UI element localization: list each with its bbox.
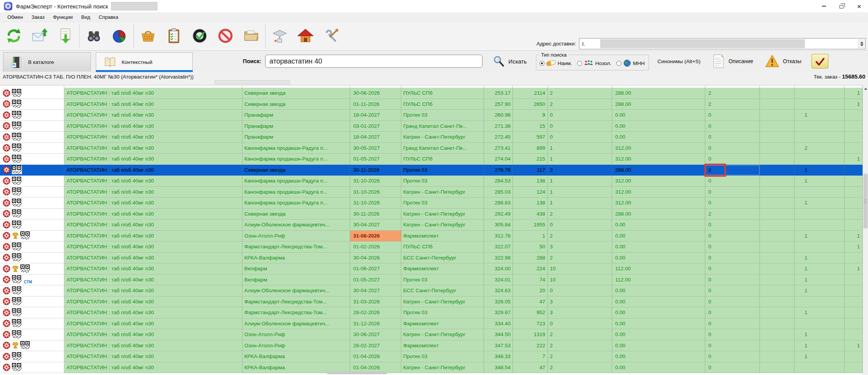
cell-apt[interactable]: 1: [548, 198, 612, 209]
search-button[interactable]: Искать: [492, 55, 527, 67]
cell-name[interactable]: АТОРВАСТАТИН : таб п/об 40мг n30: [64, 241, 242, 253]
cell-minz[interactable]: [845, 209, 863, 220]
cell-price[interactable]: 347.53: [484, 340, 513, 352]
cell-price[interactable]: 285.03: [484, 187, 513, 198]
cell-sup[interactable]: Катрен - Санкт-Петербург: [401, 329, 484, 340]
cell-apt[interactable]: 0: [548, 219, 612, 231]
cell-transit[interactable]: 0: [705, 121, 760, 132]
cell-sup[interactable]: Гранд Капитал Санкт-Пе...: [401, 143, 484, 154]
send-mail-button[interactable]: [27, 24, 52, 48]
cell-exp[interactable]: 01-06-2027: [350, 263, 401, 275]
cell-mult[interactable]: [795, 121, 845, 132]
cell-stock[interactable]: 74: [513, 275, 548, 286]
cell-minz[interactable]: [845, 351, 863, 362]
cell-name[interactable]: АТОРВАСТАТИН : таб п/об 40мг n30: [64, 351, 242, 362]
cell-exp[interactable]: 18-04-2027: [350, 132, 401, 143]
cell-last[interactable]: 0.00: [612, 121, 705, 132]
cell-mfr[interactable]: Канонфарма продакшн-Радуга п...: [242, 154, 350, 165]
cell-exp[interactable]: 30-11-2026: [350, 209, 401, 220]
cell-name[interactable]: АТОРВАСТАТИН : таб п/об 40мг n30: [64, 165, 242, 176]
cell-sup[interactable]: Протек 03: [401, 275, 484, 286]
cell-stock[interactable]: 899: [513, 143, 548, 154]
cell-mfr[interactable]: Северная звезда: [242, 209, 350, 220]
cell-apt[interactable]: 2: [548, 88, 612, 99]
cell-stock[interactable]: 1: [513, 231, 548, 242]
cell-name[interactable]: АТОРВАСТАТИН : таб п/об 40мг n30: [64, 187, 242, 198]
cell-last[interactable]: 0.00: [612, 329, 705, 340]
cell-name[interactable]: АТОРВАСТАТИН : таб п/об 40мг n30: [64, 219, 242, 231]
cell-order[interactable]: [760, 88, 795, 99]
cell-sup[interactable]: Фармкомплект: [401, 231, 484, 242]
cell-exp[interactable]: 30-11-2026: [350, 165, 401, 176]
table-row[interactable]: АТОРВАСТАТИН : таб п/об 40мг n30Озон-Ато…: [0, 231, 863, 242]
cell-stock[interactable]: 47: [513, 296, 548, 308]
table-row[interactable]: АТОРВАСТАТИН : таб п/об 40мг n30Алиум-Об…: [0, 219, 863, 231]
table-row[interactable]: АТОРВАСТАТИН : таб п/об 40мг n30Пранафар…: [0, 110, 863, 121]
cell-minz[interactable]: 1: [845, 88, 863, 99]
cell-minz[interactable]: [845, 307, 863, 318]
description-button[interactable]: Описание: [712, 54, 753, 69]
cell-apt[interactable]: 1: [548, 176, 612, 187]
cell-minz[interactable]: [845, 253, 863, 264]
menu-obmen[interactable]: Обмен: [3, 14, 27, 20]
cell-order[interactable]: [760, 143, 795, 154]
cell-exp[interactable]: 30-06-2027: [350, 329, 401, 340]
cell-name[interactable]: АТОРВАСТАТИН : таб п/об 40мг n30: [64, 99, 242, 110]
cell-minz[interactable]: [845, 296, 863, 308]
cell-stock[interactable]: 723: [513, 318, 548, 330]
cell-price[interactable]: 273.41: [484, 143, 513, 154]
cell-name[interactable]: АТОРВАСТАТИН : таб п/об 40мг n30: [64, 132, 242, 143]
cell-minz[interactable]: [845, 285, 863, 296]
cell-last[interactable]: 0.00: [612, 351, 705, 362]
cell-apt[interactable]: 0: [548, 285, 612, 296]
cell-sup[interactable]: ПУЛЬС СПб: [401, 241, 484, 253]
cell-transit[interactable]: 0: [705, 219, 760, 231]
cell-transit[interactable]: 0: [705, 253, 760, 264]
radio-naim[interactable]: Наим.: [539, 60, 572, 66]
cell-apt[interactable]: 2: [548, 362, 612, 373]
cell-minz[interactable]: 1: [845, 241, 863, 253]
cell-price[interactable]: 257.90: [484, 99, 513, 110]
cell-last[interactable]: 312.00: [612, 143, 705, 154]
cell-order[interactable]: [760, 231, 795, 242]
cell-last[interactable]: 288.00: [612, 88, 705, 99]
cell-mfr[interactable]: Велфарм: [242, 275, 350, 286]
cell-price[interactable]: 334.40: [484, 318, 513, 330]
cell-last[interactable]: 0.00: [612, 340, 705, 352]
cell-sup[interactable]: Протек 03: [401, 176, 484, 187]
import-document-button[interactable]: [52, 24, 78, 48]
table-row[interactable]: АТОРВАСТАТИН : таб п/об 40мг n30Фармстан…: [0, 241, 863, 253]
cell-apt[interactable]: 2: [548, 165, 612, 176]
cell-name[interactable]: АТОРВАСТАТИН : таб п/об 40мг n30: [64, 285, 242, 296]
cell-price[interactable]: 276.76: [484, 165, 513, 176]
cell-stock[interactable]: 2114: [513, 88, 548, 99]
cell-apt[interactable]: 3: [548, 241, 612, 253]
cell-mult[interactable]: 1: [795, 176, 845, 187]
search-input[interactable]: [265, 55, 482, 68]
cell-transit[interactable]: 0: [705, 329, 760, 340]
table-row[interactable]: СТМАТОРВАСТАТИН : таб п/об 40мг n30Велфа…: [0, 275, 863, 286]
cell-stock[interactable]: 597: [513, 132, 548, 143]
cell-transit[interactable]: 0: [705, 231, 760, 242]
cell-minz[interactable]: [845, 176, 863, 187]
menu-vid[interactable]: Вид: [77, 14, 95, 20]
binoculars-search-button[interactable]: [81, 24, 107, 48]
cell-apt[interactable]: 0: [548, 110, 612, 121]
cell-minz[interactable]: [845, 132, 863, 143]
menu-funkcii[interactable]: Функции: [49, 14, 77, 20]
cell-price[interactable]: 322.07: [484, 241, 513, 253]
cell-price[interactable]: 305.84: [484, 219, 513, 231]
cell-mfr[interactable]: Канонфарма продакшн-Радуга п...: [242, 187, 350, 198]
cell-name[interactable]: АТОРВАСТАТИН : таб п/об 40мг n30: [64, 275, 242, 286]
cell-transit[interactable]: 0: [705, 307, 760, 318]
cell-minz[interactable]: [845, 110, 863, 121]
cell-mfr[interactable]: Алиум-Оболенское фармацевтич...: [242, 219, 350, 231]
cell-mfr[interactable]: Пранафарм: [242, 132, 350, 143]
cell-transit[interactable]: 0: [705, 110, 760, 121]
synonyms-toggle[interactable]: Синонимы (Alt+S): [658, 59, 701, 64]
cell-sup[interactable]: Катрен - Санкт-Петербург: [401, 296, 484, 308]
cell-stock[interactable]: 438: [513, 209, 548, 220]
cell-apt[interactable]: 2: [548, 253, 612, 264]
cell-minz[interactable]: [845, 187, 863, 198]
radio-nozol[interactable]: Нозол.: [577, 60, 611, 67]
